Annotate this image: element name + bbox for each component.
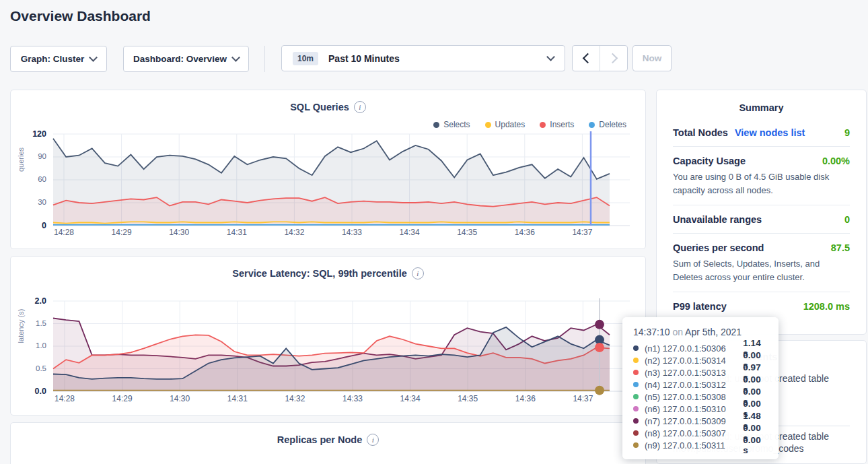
x-tick-label: 14:36 — [505, 228, 545, 237]
x-tick-label: 14:37 — [563, 394, 603, 403]
metric-label: Capacity Usage — [673, 156, 746, 166]
overview-dashboard-page: { "page": {"title": "Overview Dashboard"… — [0, 0, 868, 464]
x-tick-label: 14:31 — [217, 394, 258, 403]
chevron-down-icon — [546, 53, 555, 61]
time-step-buttons — [572, 45, 628, 71]
node-color-dot-icon — [633, 418, 639, 424]
y-tick-label: 2.0 — [18, 296, 46, 306]
graph-dropdown-label: Graph: Cluster — [21, 54, 85, 64]
metric-unavailable-ranges: Unavailable ranges 0 — [673, 205, 850, 234]
prev-time-button[interactable] — [573, 46, 600, 71]
page-title: Overview Dashboard — [10, 8, 151, 24]
node-color-dot-icon — [633, 394, 639, 399]
time-range-dropdown[interactable]: 10m Past 10 Minutes — [281, 45, 565, 71]
chevron-left-icon — [582, 53, 593, 64]
hover-dot-icon — [595, 343, 604, 352]
metric-total-nodes: Total Nodes View nodes list 9 — [673, 119, 850, 147]
tooltip-timestamp: 14:37:10 on Apr 5th, 2021 — [633, 327, 768, 337]
x-tick-label: 14:30 — [159, 394, 200, 403]
y-tick-label: 1.0 — [18, 341, 46, 350]
sql-queries-chart-card: SQL Queries i SelectsUpdatesInsertsDelet… — [10, 90, 646, 249]
metric-value: 0 — [844, 214, 850, 225]
x-tick-label: 14:36 — [505, 394, 546, 403]
node-color-dot-icon — [633, 382, 639, 387]
y-tick-label: 0.0 — [18, 387, 46, 396]
x-tick-label: 14:35 — [447, 228, 487, 237]
toolbar-divider — [264, 46, 265, 72]
dashboard-dropdown[interactable]: Dashboard: Overview — [123, 46, 249, 72]
x-tick-label: 14:33 — [332, 228, 372, 237]
metric-p99-latency: P99 latency 1208.0 ms — [673, 292, 850, 320]
chevron-right-icon — [607, 53, 618, 64]
x-tick-label: 14:31 — [217, 228, 257, 237]
next-time-button-disabled[interactable] — [600, 46, 627, 71]
y-tick-label: 0.5 — [18, 364, 46, 372]
chart-hover-tooltip: 14:37:10 on Apr 5th, 2021 (n1) 127.0.0.1… — [622, 317, 779, 459]
x-tick-label: 14:28 — [44, 228, 84, 237]
info-icon[interactable]: i — [367, 434, 379, 446]
x-tick-label: 14:35 — [447, 394, 488, 403]
x-tick-label: 14:30 — [159, 228, 199, 237]
time-range-badge: 10m — [293, 52, 318, 65]
now-button-disabled[interactable]: Now — [632, 45, 672, 71]
metric-value: 87.5 — [831, 242, 850, 253]
node-color-dot-icon — [633, 406, 639, 411]
x-tick-label: 14:34 — [390, 228, 430, 237]
metric-label: Queries per second — [673, 242, 764, 253]
metric-queries-per-second: Queries per second 87.5 Sum of Selects, … — [673, 234, 850, 292]
summary-title: Summary — [657, 90, 866, 113]
metric-value: 9 — [844, 127, 850, 138]
metric-label: P99 latency — [673, 301, 727, 312]
view-nodes-list-link[interactable]: View nodes list — [735, 127, 805, 138]
y-tick-label: 120 — [18, 129, 46, 139]
x-tick-label: 14:33 — [332, 394, 373, 403]
hover-dot-icon — [595, 320, 604, 329]
metric-description: Sum of Selects, Updates, Inserts, and De… — [673, 257, 850, 284]
x-tick-label: 14:28 — [44, 394, 85, 403]
service-latency-chart-card: Service Latency: SQL, 99th percentile i … — [10, 256, 646, 416]
sql-queries-plot[interactable]: 030609012014:2814:2914:3014:3114:3214:33… — [11, 90, 645, 248]
x-tick-label: 14:29 — [102, 228, 142, 237]
replicas-per-node-chart-card: Replicas per Node i — [10, 422, 646, 464]
node-color-dot-icon — [633, 358, 639, 363]
x-tick-label: 14:29 — [102, 394, 143, 403]
metric-value: 1208.0 ms — [803, 301, 850, 312]
y-tick-label: 60 — [18, 175, 46, 183]
metric-value: 0.00% — [822, 156, 850, 166]
chart-title: Replicas per Node — [277, 434, 363, 445]
node-color-dot-icon — [633, 345, 639, 351]
x-tick-label: 14:37 — [562, 228, 602, 237]
node-color-dot-icon — [633, 430, 639, 436]
metric-capacity-usage: Capacity Usage 0.00% You are using 0 B o… — [673, 147, 850, 205]
node-color-dot-icon — [633, 370, 639, 375]
tooltip-node-row: (n9) 127.0.0.1:503110.00 s — [633, 439, 768, 451]
y-tick-label: 90 — [18, 152, 46, 160]
x-tick-label: 14:34 — [390, 394, 431, 403]
x-tick-label: 14:32 — [274, 228, 314, 237]
y-tick-label: 0 — [18, 221, 46, 230]
service-latency-plot[interactable]: 0.00.51.01.52.014:2814:2914:3014:3114:32… — [11, 257, 645, 415]
y-tick-label: 1.5 — [18, 319, 46, 327]
time-range-label: Past 10 Minutes — [328, 53, 542, 64]
metric-label: Unavailable ranges — [673, 214, 762, 225]
chevron-down-icon — [89, 53, 98, 62]
metric-description: You are using 0 B of 4.5 GiB usable disk… — [673, 170, 850, 197]
graph-dropdown[interactable]: Graph: Cluster — [10, 46, 107, 72]
dashboard-dropdown-label: Dashboard: Overview — [133, 54, 227, 64]
metric-label: Total Nodes — [673, 127, 728, 138]
y-tick-label: 30 — [18, 198, 46, 206]
chevron-down-icon — [231, 53, 240, 62]
node-color-dot-icon — [633, 442, 639, 448]
x-tick-label: 14:32 — [275, 394, 315, 403]
summary-panel: Summary Total Nodes View nodes list 9 Ca… — [656, 90, 867, 335]
